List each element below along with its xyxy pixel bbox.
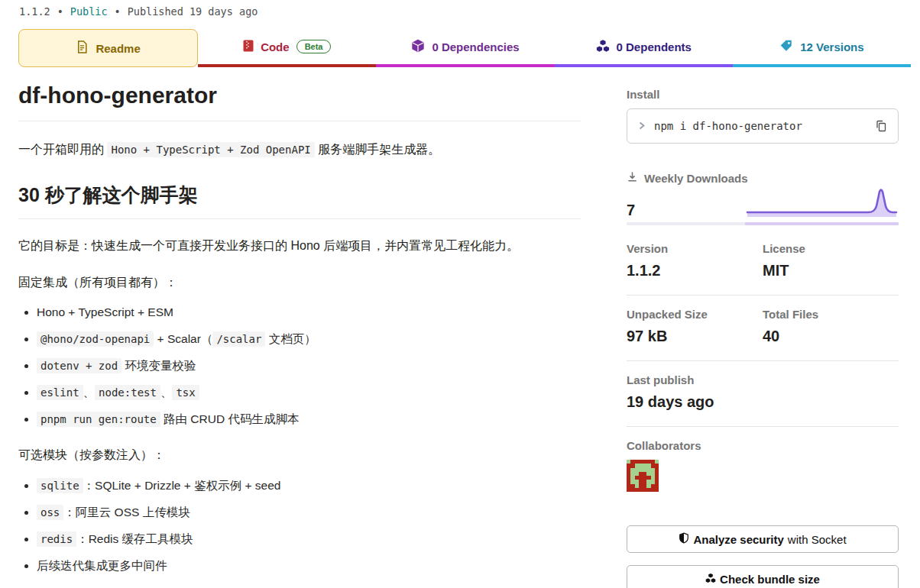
text-run: + Scalar（ [154, 332, 212, 345]
inline-code: redis [37, 531, 76, 547]
cubes-icon [596, 39, 610, 55]
inline-code: @hono/zod-openapi [37, 331, 154, 347]
readme-doc-icon [76, 40, 89, 56]
text-run: 路由 CRUD 代码生成脚本 [160, 412, 300, 425]
text-run: ：阿里云 OSS 上传模块 [63, 506, 190, 519]
collaborator-avatar[interactable] [627, 460, 659, 492]
inline-code: node:test [95, 385, 160, 400]
last-publish-value: 19 days ago [627, 393, 899, 411]
check-bundle-size-button[interactable]: Check bundle size [627, 565, 899, 588]
list-item: dotenv + zod 环境变量校验 [37, 357, 581, 375]
copy-icon[interactable] [875, 120, 887, 132]
inline-code: oss [37, 505, 63, 520]
last-publish-stat: Last publish 19 days ago [627, 373, 899, 411]
prompt-chevron-icon [638, 120, 646, 132]
tab-dependents[interactable]: 0 Dependents [555, 29, 733, 67]
last-publish-label: Last publish [627, 373, 899, 386]
shield-icon [679, 532, 689, 546]
total-files-stat: Total Files 40 [763, 308, 899, 345]
text-run: 环境变量校验 [121, 359, 196, 372]
text-run: ：Redis 缓存工具模块 [76, 532, 193, 545]
text-run: 后续迭代集成更多中间件 [37, 559, 167, 572]
list-item: @hono/zod-openapi + Scalar（/scalar 文档页） [37, 330, 581, 348]
package-visibility: Public [70, 5, 108, 18]
install-command-box[interactable]: npm i df-hono-generator [627, 108, 899, 144]
code-zip-file-icon [243, 40, 254, 54]
version-license-row: Version 1.1.2 License MIT [627, 242, 899, 279]
size-files-row: Unpacked Size 97 kB Total Files 40 [627, 308, 899, 345]
cubes-icon [705, 573, 716, 586]
package-title: df-hono-generator [18, 82, 581, 121]
tab-versions-label: 12 Versions [800, 40, 863, 53]
tab-dependents-label: 0 Dependents [617, 40, 692, 53]
version-value: 1.1.2 [627, 262, 763, 279]
collaborators-label: Collaborators [627, 439, 899, 452]
tab-readme-label: Readme [96, 42, 140, 55]
analyze-security-strong: Analyze security [693, 533, 783, 546]
install-command: npm i df-hono-generator [654, 120, 802, 132]
package-description: 一个开箱即用的 Hono + TypeScript + Zod OpenAPI … [18, 140, 581, 160]
list-item: redis：Redis 缓存工具模块 [37, 530, 581, 548]
package-version: 1.1.2 [19, 5, 50, 18]
inline-code: Hono + TypeScript + Zod OpenAPI [107, 142, 314, 157]
list-item: sqlite：SQLite + Drizzle + 鉴权示例 + seed [37, 477, 581, 495]
optional-modules-list: sqlite：SQLite + Drizzle + 鉴权示例 + seed os… [18, 477, 581, 575]
sidebar-divider [627, 426, 899, 427]
tag-icon [779, 39, 793, 55]
sidebar-divider [627, 360, 899, 361]
sidebar-divider [627, 295, 899, 296]
text-run: 文档页） [265, 332, 316, 345]
total-files-value: 40 [763, 328, 899, 345]
inline-code: tsx [172, 385, 199, 400]
package-tabs: Readme Code Beta 0 Dependencies 0 Depend… [18, 29, 911, 67]
optional-modules-intro: 可选模块（按参数注入）： [18, 445, 581, 465]
inline-code: pnpm run gen:route [37, 412, 160, 427]
tab-code[interactable]: Code Beta [198, 29, 376, 67]
license-label: License [763, 242, 899, 255]
text-run: 一个开箱即用的 [18, 143, 107, 156]
tab-dependencies-label: 0 Dependencies [432, 40, 519, 53]
downloads-sparkline [746, 184, 899, 222]
check-bundle-size-label: Check bundle size [720, 573, 820, 586]
inline-code: sqlite [37, 478, 83, 493]
meta-separator: • [115, 5, 121, 18]
total-files-label: Total Files [763, 308, 899, 321]
unpacked-size-label: Unpacked Size [627, 308, 763, 321]
download-icon [627, 171, 638, 186]
weekly-downloads-row: 7 [627, 187, 899, 222]
inline-code: /scalar [212, 331, 265, 347]
list-item: 后续迭代集成更多中间件 [37, 557, 581, 575]
fixed-integrations-intro: 固定集成（所有项目都有）： [18, 273, 581, 292]
text-run: 、 [160, 386, 173, 399]
package-published: Published 19 days ago [128, 5, 258, 18]
unpacked-size-stat: Unpacked Size 97 kB [627, 308, 763, 345]
unpacked-size-value: 97 kB [627, 328, 763, 345]
version-stat: Version 1.1.2 [627, 242, 763, 279]
downloads-baseline-strip [627, 222, 899, 225]
license-stat: License MIT [763, 242, 899, 279]
text-run: Hono + TypeScript + ESM [37, 305, 173, 318]
weekly-downloads-label: Weekly Downloads [644, 172, 748, 185]
section-quick-title: 30 秒了解这个脚手架 [18, 183, 581, 219]
collaborators-section: Collaborators [627, 439, 899, 492]
weekly-downloads-value: 7 [627, 202, 635, 222]
beta-badge: Beta [296, 40, 332, 53]
list-item: eslint、node:test、tsx [37, 383, 581, 402]
version-label: Version [627, 242, 763, 255]
package-meta-bar: 1.1.2 • Public • Published 19 days ago [0, 0, 920, 18]
list-item: pnpm run gen:route 路由 CRUD 代码生成脚本 [37, 410, 581, 428]
tab-dependencies[interactable]: 0 Dependencies [376, 29, 554, 67]
avatar-pixel [655, 488, 659, 492]
tab-code-label: Code [261, 40, 290, 53]
license-value: MIT [763, 262, 899, 279]
tab-readme[interactable]: Readme [18, 29, 198, 67]
meta-separator: • [57, 5, 63, 18]
list-item: Hono + TypeScript + ESM [37, 303, 581, 321]
tab-versions[interactable]: 12 Versions [733, 29, 911, 67]
package-sidebar: Install npm i df-hono-generator Weekly D… [627, 67, 899, 588]
readme-content: df-hono-generator 一个开箱即用的 Hono + TypeScr… [18, 67, 581, 588]
page-content: df-hono-generator 一个开箱即用的 Hono + TypeScr… [0, 67, 920, 588]
analyze-security-button[interactable]: Analyze security with Socket [627, 525, 899, 553]
text-run: 服务端脚手架生成器。 [315, 143, 440, 156]
cube-icon [411, 39, 425, 55]
